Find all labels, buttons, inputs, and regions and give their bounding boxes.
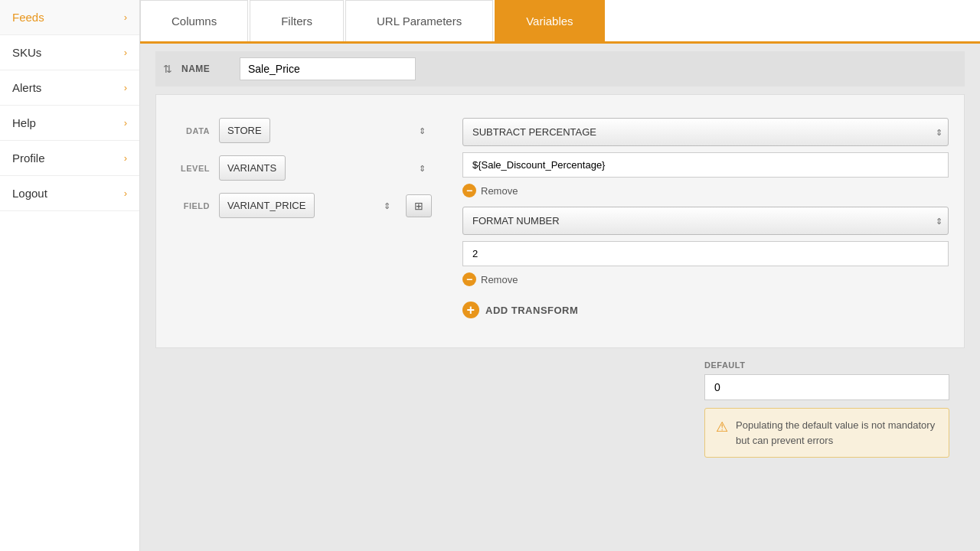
sidebar-item-alerts[interactable]: Alerts ›	[0, 70, 139, 106]
tab-bar: Columns Filters URL Parameters Variables	[140, 0, 980, 44]
tab-url-parameters-label: URL Parameters	[377, 15, 462, 28]
chevron-right-icon: ›	[124, 47, 127, 58]
sidebar-label-help: Help	[12, 116, 36, 129]
tab-url-parameters[interactable]: URL Parameters	[345, 0, 493, 41]
tab-columns-label: Columns	[172, 15, 217, 28]
default-input[interactable]	[704, 374, 949, 400]
data-field-label: DATA	[172, 126, 210, 135]
transform-block-2: FORMAT NUMBER − Remove	[462, 207, 949, 286]
remove-2-label: Remove	[481, 274, 518, 285]
field-select[interactable]: VARIANT_PRICE	[219, 193, 315, 218]
name-row: ⇅ NAME	[155, 51, 965, 86]
level-select[interactable]: VARIANTS	[219, 155, 286, 181]
transform-1-select-wrapper: SUBTRACT PERCENTAGE	[462, 118, 949, 146]
sidebar-item-help[interactable]: Help ›	[0, 106, 139, 141]
sidebar-item-profile[interactable]: Profile ›	[0, 141, 139, 176]
transform-2-select[interactable]: FORMAT NUMBER	[462, 207, 949, 235]
data-select[interactable]: STORE	[219, 118, 270, 143]
transform-2-select-wrapper: FORMAT NUMBER	[462, 207, 949, 235]
chevron-right-icon: ›	[124, 11, 127, 23]
warning-box: ⚠ Populating the default value is not ma…	[704, 408, 949, 458]
warning-text: Populating the default value is not mand…	[736, 418, 938, 448]
remove-1-icon: −	[462, 184, 476, 197]
chevron-right-icon: ›	[124, 152, 127, 164]
sidebar-label-logout: Logout	[12, 187, 47, 200]
chevron-right-icon: ›	[124, 117, 127, 129]
transform-1-remove[interactable]: − Remove	[462, 184, 949, 197]
chevron-right-icon: ›	[124, 187, 127, 199]
transform-2-input[interactable]	[462, 241, 949, 266]
level-field-row: LEVEL VARIANTS	[172, 155, 432, 181]
sidebar-label-feeds: Feeds	[12, 11, 44, 24]
sort-icon[interactable]: ⇅	[163, 63, 172, 75]
remove-2-icon: −	[462, 272, 476, 286]
name-field-label: NAME	[181, 64, 227, 74]
tab-variables-label: Variables	[526, 15, 573, 28]
tab-columns[interactable]: Columns	[140, 0, 248, 41]
sidebar-item-skus[interactable]: SKUs ›	[0, 35, 139, 70]
add-transform-label: ADD TRANSFORM	[485, 305, 578, 316]
transform-block-1: SUBTRACT PERCENTAGE − Remove	[462, 118, 949, 197]
field-field-row: FIELD VARIANT_PRICE ⊞	[172, 193, 432, 218]
data-field-row: DATA STORE	[172, 118, 432, 143]
sidebar-label-profile: Profile	[12, 152, 45, 165]
transform-1-input[interactable]	[462, 152, 949, 178]
add-transform-icon: +	[462, 302, 479, 318]
add-transform-button[interactable]: + ADD TRANSFORM	[462, 295, 949, 324]
name-input[interactable]	[240, 57, 416, 80]
default-label: DEFAULT	[704, 360, 949, 370]
default-wrapper: DEFAULT ⚠ Populating the default value i…	[704, 360, 949, 458]
sidebar-label-alerts: Alerts	[12, 81, 41, 94]
sidebar-label-skus: SKUs	[12, 46, 41, 59]
transforms-config: SUBTRACT PERCENTAGE − Remove	[462, 118, 949, 324]
transform-2-remove[interactable]: − Remove	[462, 272, 949, 286]
calculator-button[interactable]: ⊞	[406, 194, 432, 217]
main-content: Columns Filters URL Parameters Variables…	[140, 0, 980, 551]
field-field-label: FIELD	[172, 201, 210, 210]
data-select-wrapper: STORE	[219, 118, 432, 143]
bottom-area: DEFAULT ⚠ Populating the default value i…	[155, 360, 965, 458]
level-field-label: LEVEL	[172, 164, 210, 173]
variable-editor: ⇅ NAME DATA STORE	[140, 44, 980, 473]
tab-variables[interactable]: Variables	[495, 0, 604, 41]
remove-1-label: Remove	[481, 185, 518, 197]
chevron-right-icon: ›	[124, 82, 127, 93]
tab-filters[interactable]: Filters	[250, 0, 344, 41]
config-panel: DATA STORE LEVEL VARIANTS	[155, 94, 965, 348]
content-area: ⇅ NAME DATA STORE	[140, 44, 980, 551]
transform-1-select[interactable]: SUBTRACT PERCENTAGE	[462, 118, 949, 146]
field-select-wrapper: VARIANT_PRICE	[219, 193, 397, 218]
warning-icon: ⚠	[716, 419, 728, 435]
sidebar: Feeds › SKUs › Alerts › Help › Profile ›…	[0, 0, 140, 551]
level-select-wrapper: VARIANTS	[219, 155, 432, 181]
sidebar-item-feeds[interactable]: Feeds ›	[0, 0, 139, 35]
tab-filters-label: Filters	[281, 15, 312, 28]
sidebar-item-logout[interactable]: Logout ›	[0, 176, 139, 211]
field-config: DATA STORE LEVEL VARIANTS	[172, 118, 432, 324]
